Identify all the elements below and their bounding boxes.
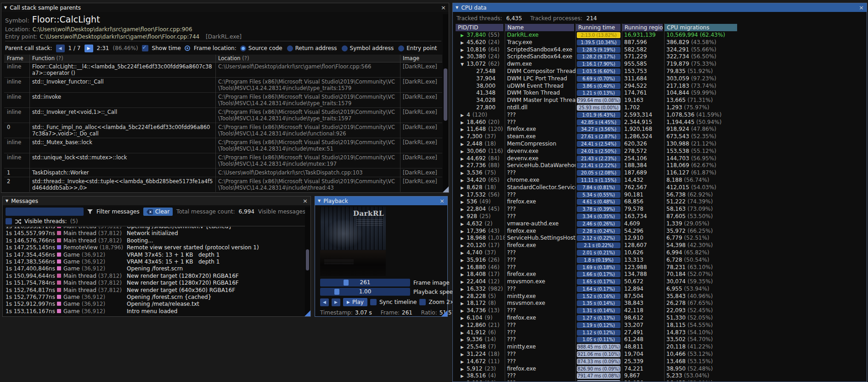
messages-scrollbar[interactable]: [305, 207, 310, 316]
cpu-process-row[interactable]: ▶30,060(116) devenv.exe 24.01 s (2.50%) …: [455, 148, 866, 155]
col-running-regions[interactable]: Running regions: [622, 24, 663, 31]
running-time-pill[interactable]: 24.41 s (2.54%): [577, 141, 620, 147]
expand-arrow-icon[interactable]: ▶: [461, 257, 467, 264]
cpu-process-row[interactable]: ▶22,804(45) ??? 3.78 s (0.39%) 79,578 58…: [455, 206, 866, 213]
playback-titlebar[interactable]: ▼ Playback ×: [315, 197, 447, 205]
callstack-row[interactable]: inline std::_Invoker_functor::_Call C:\P…: [4, 78, 442, 93]
running-time-pill[interactable]: 874.33 ms (0.09%): [577, 359, 620, 365]
cpu-process-row[interactable]: ▶25,548(7) mintty.exe 988.45 ms (0.10%) …: [455, 343, 866, 351]
running-time-pill[interactable]: 1:28.5 (9.19%): [577, 47, 620, 53]
running-time-pill[interactable]: 988.45 ms (0.10%): [577, 344, 620, 350]
expand-arrow-icon[interactable]: ▶: [461, 351, 467, 358]
frame-location-radio[interactable]: Return address: [287, 45, 337, 51]
running-time-pill[interactable]: 2.28 s (0.24%): [577, 228, 620, 234]
running-time-pill[interactable]: 34.27 s (3.56%): [577, 126, 620, 132]
callstack-row[interactable]: inline Floor::CalcLight::__l4::<lambda_5…: [4, 62, 442, 78]
expand-arrow-icon[interactable]: ▶: [461, 315, 467, 322]
close-icon[interactable]: ×: [440, 198, 445, 204]
running-time-pill[interactable]: 42.85 s (4.45%): [577, 119, 620, 125]
running-time-pill[interactable]: 826.90 ms (0.09%): [577, 366, 620, 372]
expand-arrow-icon[interactable]: ▶: [461, 286, 467, 293]
running-time-pill[interactable]: 3.86 s (0.40%): [577, 83, 620, 89]
running-time-pill[interactable]: 2.01 s (0.21%): [577, 250, 620, 256]
collapse-icon[interactable]: ▼: [6, 199, 8, 203]
running-time-pill[interactable]: 2.12 s (0.22%): [577, 235, 620, 241]
running-time-pill[interactable]: 2.1 s (0.22%): [577, 242, 620, 248]
message-row[interactable]: 1s 152,776,777ns Game(36,912) Opening /f…: [6, 294, 304, 301]
cpu-process-row[interactable]: ▶30,380(24) ScriptedSandbox64.exe 1:28.2…: [455, 53, 866, 61]
cpu-process-row[interactable]: ▶7,300(37) steam.exe 27.61 s (2.87%) 1,2…: [455, 133, 866, 140]
running-time-pill[interactable]: 27.61 s (2.87%): [577, 134, 620, 140]
prev-frame-button[interactable]: ◀: [320, 298, 329, 306]
scrollbar-thumb[interactable]: [306, 249, 309, 270]
expand-arrow-icon[interactable]: ▶: [461, 330, 467, 337]
running-time-pill[interactable]: 21.41 s (2.22%): [577, 163, 620, 169]
cpu-process-row[interactable]: ▶928(25) ??? 3.34 s (0.35%) 163,734 87,6…: [455, 213, 866, 220]
prev-callstack-button[interactable]: ◀: [56, 45, 65, 52]
running-time-pill[interactable]: 791.47 ms (0.08%): [577, 373, 620, 379]
expand-arrow-icon[interactable]: ▶: [461, 293, 467, 300]
expand-arrow-icon[interactable]: ▶: [461, 366, 467, 373]
expand-arrow-icon[interactable]: ▶: [461, 228, 467, 235]
radio-circle[interactable]: [240, 45, 246, 51]
running-time-pill[interactable]: 1:01.9 (6.43%): [577, 112, 620, 118]
running-time-pill[interactable]: 2:13.0 (13.82%): [577, 32, 620, 38]
cpu-process-row[interactable]: ▶16,880(46) ??? 1.69 s (0.18%) 123,988 7…: [455, 264, 866, 271]
running-time-pill[interactable]: 1:03.5 (6.60%): [577, 68, 620, 74]
cpu-process-row[interactable]: ▶18,408(17) firefox.exe 1.66 s (0.17%) 1…: [455, 271, 866, 278]
message-row[interactable]: 1s 152,764,817ns Main thread(37,812) New…: [6, 287, 304, 294]
expand-arrow-icon[interactable]: ▶: [461, 177, 467, 184]
cpu-process-row[interactable]: ▶34,420(65) chrome.exe 11.11 s (1.15%) 1…: [455, 177, 866, 184]
cpu-process-row[interactable]: ▶12,860(21) ??? 1.19 s (0.12%) 33,207 18…: [455, 322, 866, 329]
show-time-label[interactable]: Show time: [152, 45, 181, 51]
cpu-process-row[interactable]: 27,800 ntdll.dll 25.93 ms (0.00%) 1,702 …: [455, 104, 866, 112]
collapse-icon[interactable]: ▼: [4, 6, 7, 10]
message-row[interactable]: 1s 146,576,766ns Main thread(37,812) Boo…: [6, 237, 304, 244]
running-time-pill[interactable]: 7.84 s (0.81%): [577, 185, 620, 191]
running-time-pill[interactable]: 1.12 s (0.12%): [577, 330, 620, 336]
running-time-pill[interactable]: 25.93 ms (0.00%): [577, 105, 620, 111]
expand-arrow-icon[interactable]: ▶: [461, 112, 467, 119]
cpu-process-row[interactable]: ▶6,104(9) firefox.exe 1.27 s (0.13%) 98,…: [455, 315, 866, 322]
cpu-process-row[interactable]: ▶31,224(18) ??? 921.06 ms (0.10%) 19,704…: [455, 351, 866, 358]
running-time-pill[interactable]: 1.69 s (0.18%): [577, 264, 620, 270]
cpu-process-row[interactable]: ▶2,096(16) ??? 752.80 ms (0.08%) 31,056 …: [455, 380, 866, 381]
playback-speed-slider[interactable]: 1.00: [320, 288, 410, 296]
expand-arrow-icon[interactable]: ▶: [461, 134, 467, 140]
messages-titlebar[interactable]: ▼ Messages ×: [3, 197, 310, 205]
expand-arrow-icon[interactable]: ▶: [461, 373, 467, 380]
function-cell[interactable]: std::thread::_Invoke<std::tuple<<lambda_…: [29, 177, 215, 192]
running-time-pill[interactable]: 11.11 s (1.15%): [577, 177, 620, 183]
expand-arrow-icon[interactable]: ▼: [461, 61, 467, 68]
cpu-process-row[interactable]: ▶45,620(24) Tracy.exe 1:39.5 (10.34%) 88…: [455, 39, 866, 46]
callstack-row[interactable]: inline std::invoke C:\Program Files (x86…: [4, 93, 442, 108]
next-frame-button[interactable]: ▶: [332, 298, 340, 306]
expand-arrow-icon[interactable]: ▶: [461, 148, 467, 155]
message-row[interactable]: 1s 147,255,145ns RemoteView(18,796) Remo…: [6, 244, 304, 251]
message-row[interactable]: 1s 151,754,784ns Main thread(37,812) New…: [6, 280, 304, 286]
cpu-process-row[interactable]: ▶4,740(37) ??? 2.01 s (0.21%) 10,626 6,9…: [455, 249, 866, 257]
expand-arrow-icon[interactable]: ▶: [461, 156, 467, 163]
expand-arrow-icon[interactable]: ▶: [461, 32, 467, 39]
visible-threads-label[interactable]: Visible threads:: [24, 218, 67, 225]
message-row[interactable]: 1s 152,912,997ns Game(36,912) Opening /m…: [6, 301, 304, 308]
expand-arrow-icon[interactable]: ▶: [461, 119, 467, 126]
radio-circle[interactable]: [342, 45, 348, 51]
running-time-pill[interactable]: 1.35 s (0.14%): [577, 300, 620, 306]
running-time-pill[interactable]: 1.65 s (0.17%): [577, 279, 620, 285]
expand-arrow-icon[interactable]: ▶: [461, 337, 467, 343]
cpu-process-row[interactable]: ▶41,912(6) ??? 1.12 s (0.12%) 27,491 14,…: [455, 329, 866, 337]
function-cell[interactable]: std::_Mutex_base::lock: [29, 138, 215, 153]
cpu-process-row[interactable]: ▶18,460(20) ??? 42.85 s (4.45%) 2,344,91…: [455, 119, 866, 126]
resize-grip[interactable]: [441, 310, 447, 316]
expand-arrow-icon[interactable]: ▶: [461, 279, 467, 286]
next-callstack-button[interactable]: ▶: [85, 45, 93, 52]
running-time-pill[interactable]: 1.66 s (0.17%): [577, 271, 620, 277]
cpu-process-row[interactable]: ▶9,336(14) ??? 1.05 s (0.11%) 61,248 33,…: [455, 336, 866, 343]
callstack-titlebar[interactable]: ▼ Call stack sample parents ×: [1, 3, 449, 12]
function-cell[interactable]: Floor::CalcLight::__l4::<lambda_5bc224f1…: [29, 62, 215, 78]
resize-grip[interactable]: [304, 310, 310, 316]
cpu-process-row[interactable]: ▶10,816(64) ScriptedSandbox64.exe 1:28.5…: [455, 46, 866, 54]
cpu-process-row[interactable]: ▶3,536(75) ??? 20.05 s (2.08%) 187,689 1…: [455, 169, 866, 177]
radio-circle[interactable]: [398, 45, 404, 51]
